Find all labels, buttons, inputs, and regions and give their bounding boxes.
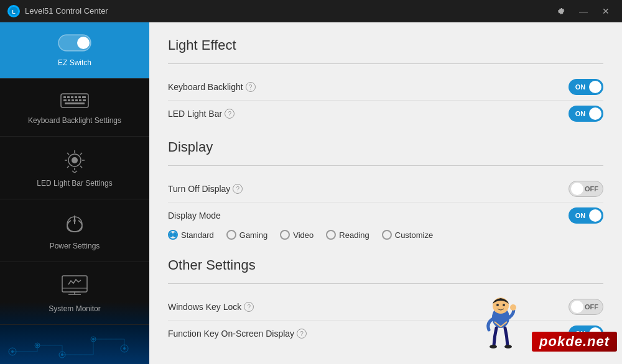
radio-gaming-label: Gaming [239,230,268,240]
display-mode-toggle-text: ON [575,212,586,219]
radio-reading-circle [326,230,336,240]
svg-point-19 [72,157,78,163]
display-mode-setting-label: Display Mode [168,211,221,221]
radio-customize-label: Customize [395,230,433,240]
settings-button[interactable] [552,2,570,20]
other-settings-title: Other Settings [168,257,603,273]
svg-point-48 [11,350,14,353]
close-button[interactable]: ✕ [597,2,615,20]
svg-rect-9 [78,96,81,98]
svg-point-50 [61,353,63,356]
power-settings-label: Power Settings [50,242,100,250]
keyboard-backlight-toggle[interactable]: ON [569,79,603,95]
svg-point-49 [36,344,39,347]
main-layout: EZ Switch [0,22,622,364]
function-key-osd-toggle[interactable]: ON [569,325,603,342]
keyboard-icon [60,90,90,112]
turn-off-display-toggle-text: OFF [585,185,598,193]
minimize-button[interactable]: — [575,2,592,20]
display-mode-radio-group: Standard Gaming Video Reading [168,230,433,240]
led-light-bar-toggle-text: ON [575,110,586,117]
svg-rect-8 [75,96,77,98]
svg-rect-10 [82,96,86,98]
sidebar-item-power-settings[interactable]: Power Settings [0,199,149,262]
led-light-bar-row: LED Light Bar ? ON [168,101,603,127]
svg-point-52 [123,347,126,350]
display-mode-toggle[interactable]: ON [569,207,603,224]
radio-video-circle [280,230,290,240]
ez-switch-label: EZ Switch [58,58,91,67]
svg-line-27 [67,166,69,168]
svg-rect-5 [63,96,66,98]
title-bar: L Level51 Control Center — ✕ [0,0,622,22]
windows-key-lock-toggle[interactable]: OFF [569,299,603,315]
sidebar-item-ez-switch[interactable]: EZ Switch [0,22,149,79]
main-content: Light Effect Keyboard Backlight ? ON LED… [149,22,622,364]
sidebar: EZ Switch [0,22,149,364]
display-title: Display [168,139,603,155]
system-monitor-label: System Monitor [49,304,100,313]
keyboard-backlight-label: Keyboard Backlight Settings [28,116,121,125]
svg-rect-30 [62,276,87,292]
display-mode-row: Display Mode ON Standard Gaming [168,202,603,245]
led-light-bar-info-icon[interactable]: ? [225,109,234,119]
function-key-osd-setting-label: Function Key On-Screen Display ? [168,329,307,339]
svg-rect-13 [72,99,74,101]
svg-rect-12 [68,99,70,101]
keyboard-backlight-setting-label: Keyboard Backlight ? [168,82,256,92]
turn-off-display-setting-label: Turn Off Display ? [168,184,243,194]
svg-rect-11 [63,99,67,101]
display-divider [168,165,603,166]
radio-standard[interactable]: Standard [168,230,214,240]
radio-video[interactable]: Video [280,230,313,240]
other-settings-section: Other Settings Windows Key Lock ? OFF Fu… [168,257,603,347]
led-light-bar-setting-label: LED Light Bar ? [168,109,234,119]
radio-reading-label: Reading [339,230,369,240]
sidebar-item-keyboard-backlight[interactable]: Keyboard Backlight Settings [0,79,149,137]
power-icon [60,211,90,238]
windows-key-lock-setting-label: Windows Key Lock ? [168,302,254,312]
svg-rect-7 [71,96,73,98]
monitor-icon [60,273,90,301]
svg-line-24 [67,153,69,155]
turn-off-display-toggle[interactable]: OFF [569,181,603,197]
radio-gaming[interactable]: Gaming [226,230,268,240]
led-light-bar-label: LED Light Bar Settings [37,179,112,188]
light-effect-title: Light Effect [168,37,603,53]
radio-standard-circle [168,230,178,240]
radio-reading[interactable]: Reading [326,230,369,240]
function-key-osd-info-icon[interactable]: ? [297,329,307,339]
window-controls: — ✕ [552,2,615,20]
windows-key-lock-info-icon[interactable]: ? [244,302,254,312]
radio-standard-label: Standard [181,230,214,240]
windows-key-lock-toggle-text: OFF [585,303,598,311]
svg-point-3 [77,37,90,49]
keyboard-backlight-toggle-text: ON [575,83,586,91]
light-effect-divider [168,63,603,64]
sidebar-item-led-light-bar[interactable]: LED Light Bar Settings [0,137,149,199]
svg-rect-16 [83,99,86,101]
app-title: Level51 Control Center [25,6,552,16]
keyboard-backlight-row: Keyboard Backlight ? ON [168,74,603,101]
svg-line-25 [80,166,82,168]
windows-key-lock-row: Windows Key Lock ? OFF [168,294,603,321]
svg-line-26 [80,153,82,155]
svg-rect-15 [79,99,81,101]
app-logo: L [7,5,20,17]
sidebar-item-system-monitor[interactable]: System Monitor [0,262,149,325]
turn-off-display-info-icon[interactable]: ? [233,184,243,194]
radio-gaming-circle [226,230,236,240]
function-key-osd-row: Function Key On-Screen Display ? ON [168,321,603,347]
keyboard-backlight-info-icon[interactable]: ? [246,82,256,92]
svg-rect-17 [65,102,85,104]
radio-customize[interactable]: Customize [382,230,433,240]
light-effect-section: Light Effect Keyboard Backlight ? ON LED… [168,37,603,127]
svg-text:L: L [12,9,16,15]
svg-point-51 [92,338,95,340]
radio-video-label: Video [293,230,313,240]
svg-rect-6 [67,96,70,98]
display-section: Display Turn Off Display ? OFF Display M… [168,139,603,245]
led-light-bar-toggle[interactable]: ON [569,106,603,122]
ez-switch-icon [57,34,92,55]
function-key-osd-toggle-text: ON [575,330,586,337]
